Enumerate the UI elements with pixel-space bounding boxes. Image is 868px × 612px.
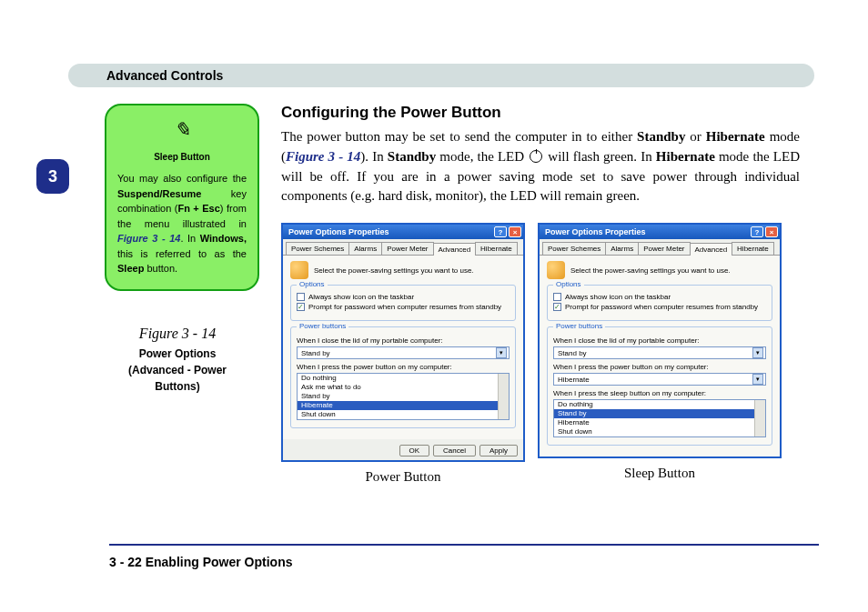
list-item[interactable]: Shut down [554,427,765,436]
text: Buttons) [155,380,199,393]
scrollbar[interactable] [754,400,765,436]
dialog-body: Select the power-saving settings you wan… [540,256,780,456]
listbox-power-button[interactable]: Do nothing Ask me what to do Stand by Hi… [297,373,510,420]
checkbox-label: Prompt for password when computer resume… [308,303,501,311]
combo-value: Stand by [301,349,330,357]
tab-alarms[interactable]: Alarms [348,242,382,255]
label-lid: When I close the lid of my portable comp… [297,336,510,345]
pencil-icon: ✎ [117,115,247,145]
list-item[interactable]: Stand by [554,409,765,418]
label-lid: When I close the lid of my portable comp… [553,336,766,345]
right-column: Configuring the Power Button The power b… [281,104,800,485]
list-item[interactable]: Shut down [298,410,509,419]
label-sleep-button: When I press the sleep button on my comp… [553,389,766,397]
dialog-body: Select the power-saving settings you wan… [283,256,523,439]
dialog-caption: Power Button [281,469,525,485]
text: Windows, [200,233,247,244]
tab-power-meter[interactable]: Power Meter [381,242,433,255]
help-icon[interactable]: ? [494,226,507,237]
led-icon [530,150,542,163]
text: button. [144,263,177,274]
listbox-sleep-button[interactable]: Do nothing Stand by Hibernate Shut down [553,399,766,437]
label-power-button: When I press the power button on my comp… [297,363,510,371]
note-box: ✎ Sleep Button You may also configure th… [105,104,259,291]
text: ). In [360,149,387,164]
list-item[interactable]: Do nothing [554,400,765,409]
list-item[interactable]: Do nothing [298,374,509,383]
checkbox-label: Always show icon on the taskbar [565,293,671,301]
battery-icon [547,261,565,279]
tab-alarms[interactable]: Alarms [605,242,639,255]
label-power-button: When I press the power button on my comp… [553,363,766,371]
page-header: Advanced Controls [68,64,814,87]
checkbox-taskbar[interactable]: Always show icon on the taskbar [297,293,510,301]
checkbox-prompt[interactable]: ✓Prompt for password when computer resum… [297,303,510,311]
tab-power-meter[interactable]: Power Meter [638,242,690,255]
scrollbar[interactable] [498,374,509,419]
checkbox-icon [297,293,305,301]
cancel-button[interactable]: Cancel [433,445,476,456]
tab-advanced[interactable]: Advanced [433,243,477,256]
dialog-row: Power Options Properties ? × Power Schem… [281,223,800,485]
content: ✎ Sleep Button You may also configure th… [68,104,823,485]
checkbox-icon: ✓ [297,303,305,311]
text: Power Options [139,347,217,360]
text: Standby [388,149,436,164]
close-icon[interactable]: × [765,226,778,237]
section-title: Configuring the Power Button [281,104,800,122]
groupbox-power-buttons: Power buttons When I close the lid of my… [290,326,516,428]
apply-button[interactable]: Apply [479,445,518,456]
text: You may also configure the [117,173,247,184]
figure-ref: Figure 3 - 14 [286,149,360,164]
text: . In [180,233,199,244]
note-body: You may also configure the Suspend/Resum… [117,171,247,276]
tab-power-schemes[interactable]: Power Schemes [286,242,349,255]
combo-value: Hibernate [558,376,590,384]
tabs: Power Schemes Alarms Power Meter Advance… [283,239,523,256]
window-title: Power Options Properties [288,227,389,236]
body-paragraph: The power button may be set to send the … [281,127,800,206]
titlebar[interactable]: Power Options Properties ? × [283,225,523,239]
list-item[interactable]: Hibernate [298,401,509,410]
chevron-down-icon: ▾ [496,347,507,358]
power-options-dialog-sleep-button: Power Options Properties ? × Power Schem… [538,223,782,458]
figure-ref: Figure 3 - 14 [117,233,180,244]
tabs: Power Schemes Alarms Power Meter Advance… [540,239,780,256]
tab-hibernate[interactable]: Hibernate [475,242,518,255]
chapter-tab: 3 [36,159,69,194]
combo-lid[interactable]: Stand by▾ [553,346,766,359]
chevron-down-icon: ▾ [752,374,763,385]
figure-subtitle: Power Options (Advanced - Power Buttons) [86,346,268,395]
tab-advanced[interactable]: Advanced [690,243,733,256]
list-item[interactable]: Ask me what to do [298,383,509,392]
groupbox-power-buttons: Power buttons When I close the lid of my… [547,326,772,446]
checkbox-taskbar[interactable]: Always show icon on the taskbar [553,293,766,301]
text: Suspend/Resume [117,188,201,199]
intro-row: Select the power-saving settings you wan… [290,261,516,279]
combo-power-button[interactable]: Hibernate▾ [553,373,766,386]
tab-hibernate[interactable]: Hibernate [732,242,774,255]
text: Standby [637,129,685,144]
titlebar[interactable]: Power Options Properties ? × [540,225,780,239]
figure-caption: Figure 3 - 14 Power Options (Advanced - … [86,326,268,395]
checkbox-icon: ✓ [553,303,561,311]
chevron-down-icon: ▾ [752,347,763,358]
intro-text: Select the power-saving settings you wan… [570,266,731,275]
close-icon[interactable]: × [509,226,521,237]
combo-lid[interactable]: Stand by▾ [297,346,510,359]
text: Fn + Esc [177,203,219,214]
help-icon[interactable]: ? [751,226,763,237]
window-title: Power Options Properties [545,227,646,236]
checkbox-prompt[interactable]: ✓Prompt for password when computer resum… [553,303,766,311]
list-item[interactable]: Stand by [298,392,509,401]
groupbox-title: Options [553,280,584,288]
page: Advanced Controls ✎ Sleep Button You may… [68,64,823,485]
groupbox-options: Options Always show icon on the taskbar … [290,285,516,321]
groupbox-title: Power buttons [553,322,605,330]
footer: 3 - 22 Enabling Power Options [109,544,819,569]
dialog-caption: Sleep Button [538,466,782,481]
tab-power-schemes[interactable]: Power Schemes [542,242,606,255]
list-item[interactable]: Hibernate [554,418,765,427]
ok-button[interactable]: OK [399,445,430,456]
groupbox-title: Options [297,280,328,288]
